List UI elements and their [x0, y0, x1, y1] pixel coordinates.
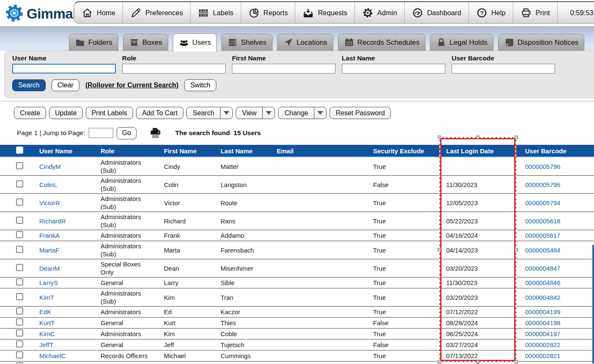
row-checkbox[interactable]	[16, 329, 23, 337]
user-barcode-link[interactable]: 0000005484	[525, 247, 560, 254]
user-barcode-link[interactable]: 0000005796	[525, 163, 560, 170]
user-name-input[interactable]	[12, 64, 116, 73]
tab-records-schedules[interactable]: Records Schedules	[338, 34, 425, 51]
user-name-link[interactable]: KurtT	[39, 319, 55, 326]
nav-item-admin[interactable]: Admin	[355, 2, 405, 23]
user-name-link[interactable]: MichaelC	[39, 352, 66, 359]
row-checkbox[interactable]	[16, 217, 23, 224]
user-name-link[interactable]: VictorR	[39, 199, 60, 206]
change-dropdown-arrow[interactable]	[314, 107, 326, 119]
select-all-checkbox[interactable]	[16, 147, 23, 154]
nav-item-home[interactable]: Home	[74, 2, 123, 23]
column-header-last-name[interactable]: Last Name	[217, 145, 273, 157]
user-barcode-link[interactable]: 0000004199	[525, 308, 560, 315]
column-header-email[interactable]: Email	[273, 145, 370, 157]
column-header-role[interactable]: Role	[97, 145, 161, 157]
nav-item-dashboard[interactable]: Dashboard	[405, 2, 469, 23]
chevron-down-icon	[266, 111, 272, 115]
user-barcode-link[interactable]: 0000002821	[525, 352, 560, 359]
go-button[interactable]: Go	[117, 127, 136, 139]
cell-email	[273, 277, 370, 288]
user-barcode-link[interactable]: 0000004847	[525, 265, 560, 272]
user-barcode-link[interactable]: 0000004197	[525, 330, 560, 337]
cell-last-login-date: 03/20/2023	[443, 288, 522, 307]
first-name-input[interactable]	[232, 64, 335, 73]
user-name-link[interactable]: EdK	[39, 308, 51, 315]
create-button[interactable]: Create	[14, 107, 46, 119]
tab-folders[interactable]: Folders	[69, 34, 118, 51]
location-arrow-icon	[283, 37, 294, 48]
row-checkbox[interactable]	[16, 351, 23, 359]
rollover-current-search-link[interactable]: (Rollover for Current Search)	[85, 81, 178, 89]
search-button[interactable]: Search	[12, 79, 46, 91]
row-checkbox[interactable]	[16, 198, 23, 206]
update-button[interactable]: Update	[49, 107, 83, 119]
column-header-user-barcode[interactable]: User Barcode	[522, 145, 594, 157]
row-checkbox[interactable]	[16, 307, 23, 315]
user-name-link[interactable]: JeffT	[39, 341, 53, 348]
row-checkbox[interactable]	[16, 264, 23, 271]
view-dropdown-arrow[interactable]	[262, 107, 275, 119]
row-checkbox[interactable]	[16, 162, 23, 169]
view-button[interactable]: View	[236, 107, 275, 119]
tab-disposition-notices[interactable]: Disposition Notices	[498, 34, 585, 51]
nav-item-help[interactable]: ?Help	[469, 2, 513, 23]
switch-button[interactable]: Switch	[184, 79, 216, 91]
column-header-first-name[interactable]: First Name	[161, 145, 217, 157]
nav-item-requests[interactable]: Requests	[295, 2, 355, 23]
user-barcode-link[interactable]: 0000004842	[525, 294, 560, 301]
reset-password-button[interactable]: Reset Password	[330, 107, 391, 119]
nav-item-preferences[interactable]: Preferences	[123, 2, 191, 23]
print-labels-button[interactable]: Print Labels	[86, 107, 134, 119]
row-checkbox[interactable]	[16, 318, 23, 326]
row-checkbox[interactable]	[16, 293, 23, 300]
tab-locations[interactable]: Locations	[277, 34, 333, 51]
row-checkbox[interactable]	[16, 340, 23, 348]
tab-shelves[interactable]: Shelves	[221, 34, 272, 51]
change-button[interactable]: Change	[278, 107, 327, 119]
user-name-link[interactable]: LarryS	[39, 279, 58, 286]
user-barcode-input[interactable]	[452, 64, 555, 73]
user-name-link[interactable]: FrankA	[39, 232, 60, 239]
user-barcode-link[interactable]: 0000004198	[525, 319, 560, 326]
field-label: User Name	[12, 54, 122, 62]
tab-legal-holds[interactable]: Legal Holds	[430, 34, 493, 51]
user-name-link[interactable]: KimC	[39, 330, 55, 337]
nav-item-labels[interactable]: Labels	[191, 2, 241, 23]
user-barcode-link[interactable]: 0000005617	[525, 232, 560, 239]
role-input[interactable]	[122, 64, 226, 73]
last-name-input[interactable]	[342, 64, 445, 73]
user-name-link[interactable]: RichardR	[39, 217, 66, 225]
column-header-user-name[interactable]: User Name	[36, 145, 97, 157]
user-name-link[interactable]: MartaF	[39, 247, 60, 254]
nav-item-reports[interactable]: Reports	[241, 2, 296, 23]
nav-item-print[interactable]: Print	[513, 2, 558, 23]
user-name-link[interactable]: KimT	[39, 294, 54, 301]
clear-button[interactable]: Clear	[52, 79, 79, 91]
cell-first-name: Kim	[161, 329, 217, 340]
print-results-icon[interactable]	[148, 126, 163, 140]
row-checkbox[interactable]	[16, 231, 23, 238]
column-header-security-exclude[interactable]: Security Exclude	[370, 145, 443, 157]
user-name-link[interactable]: ColinL	[39, 181, 57, 188]
add-to-cart-button[interactable]: Add To Cart	[136, 107, 183, 119]
nav-item-label: Admin	[377, 9, 397, 17]
field-user-barcode: User Barcode	[452, 54, 561, 73]
user-barcode-link[interactable]: 0000002822	[525, 341, 560, 348]
search-dropdown-arrow[interactable]	[220, 107, 232, 119]
user-barcode-link[interactable]: 0000005794	[525, 199, 560, 206]
column-header-last-login-date[interactable]: Last Login Date	[443, 145, 522, 157]
row-checkbox[interactable]	[16, 180, 23, 187]
user-barcode-link[interactable]: 0000005795	[525, 181, 560, 188]
user-barcode-link[interactable]: 0000004846	[525, 279, 560, 286]
row-checkbox[interactable]	[16, 278, 23, 285]
tab-users[interactable]: Users	[173, 33, 217, 52]
jump-to-page-input[interactable]	[89, 128, 113, 138]
user-name-link[interactable]: DeanM	[39, 265, 60, 272]
user-barcode-link[interactable]: 0000005618	[525, 217, 560, 225]
row-checkbox[interactable]	[16, 246, 23, 253]
tab-boxes[interactable]: Boxes	[123, 34, 168, 51]
row-checkbox[interactable]	[16, 362, 23, 364]
search-button[interactable]: Search	[186, 107, 233, 119]
user-name-link[interactable]: CindyM	[39, 163, 61, 170]
